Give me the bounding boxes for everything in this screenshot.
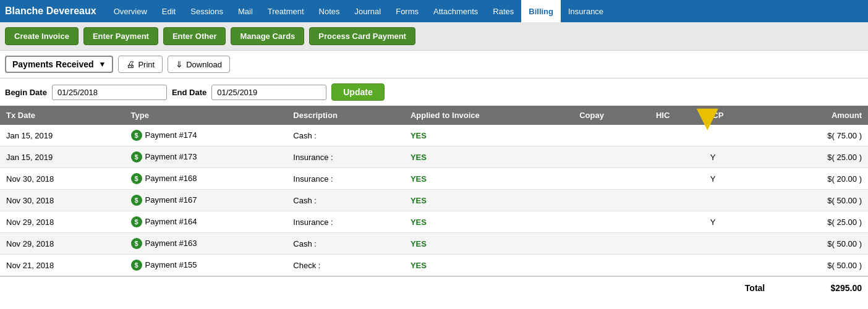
create-invoice-button[interactable]: Create Invoice — [5, 27, 79, 45]
dollar-icon: $ — [131, 151, 142, 163]
download-button[interactable]: ⇓ Download — [168, 56, 230, 73]
table-row[interactable]: Nov 29, 2018$Payment #164Insurance :YESY… — [0, 211, 868, 233]
end-date-label: End Date — [172, 88, 206, 97]
report-selector[interactable]: Payments Received ▼ — [5, 56, 113, 73]
process-card-payment-button[interactable]: Process Card Payment — [309, 27, 415, 45]
dollar-icon: $ — [131, 173, 142, 184]
cell-applied: YES — [404, 168, 573, 190]
print-label: Print — [138, 60, 155, 69]
col-type: Type — [125, 106, 287, 125]
cell-description: Cash : — [287, 233, 404, 255]
report-bar: Payments Received ▼ 🖨 Print ⇓ Download — [0, 51, 868, 78]
cell-applied: YES — [404, 125, 573, 146]
tab-overview[interactable]: Overview — [106, 0, 155, 22]
cell-tx-date: Nov 29, 2018 — [0, 233, 125, 255]
col-applied-to-invoice: Applied to Invoice — [404, 106, 573, 125]
tab-mail[interactable]: Mail — [231, 0, 260, 22]
cell-amount: $( 25.00 ) — [771, 146, 868, 168]
enter-other-button[interactable]: Enter Other — [163, 27, 226, 45]
update-button[interactable]: Update — [331, 83, 384, 101]
cell-amount: $( 50.00 ) — [771, 190, 868, 211]
col-tx-date: Tx Date — [0, 106, 125, 125]
download-icon: ⇓ — [176, 59, 183, 69]
cell-icp — [704, 233, 772, 255]
cell-hic — [650, 211, 704, 233]
cell-icp: Y — [704, 211, 772, 233]
payments-table: Tx Date Type Description Applied to Invo… — [0, 106, 868, 299]
cell-applied: YES — [404, 190, 573, 211]
manage-cards-button[interactable]: Manage Cards — [231, 27, 304, 45]
content-wrapper: Payments Received ▼ 🖨 Print ⇓ Download B… — [0, 51, 868, 299]
tab-treatment[interactable]: Treatment — [260, 0, 312, 22]
cell-amount: $( 50.00 ) — [771, 255, 868, 277]
cell-copay — [573, 255, 650, 277]
cell-copay — [573, 190, 650, 211]
cell-type: $Payment #174 — [125, 125, 287, 146]
total-label: Total — [704, 276, 772, 299]
chevron-down-icon: ▼ — [99, 60, 106, 69]
enter-payment-button[interactable]: Enter Payment — [83, 27, 158, 45]
cell-amount: $( 75.00 ) — [771, 125, 868, 146]
cell-description: Insurance : — [287, 211, 404, 233]
cell-tx-date: Jan 15, 2019 — [0, 125, 125, 146]
date-filter-bar: Begin Date End Date Update — [0, 78, 868, 106]
cell-description: Cash : — [287, 125, 404, 146]
cell-tx-date: Nov 21, 2018 — [0, 255, 125, 277]
tab-journal[interactable]: Journal — [347, 0, 389, 22]
cell-tx-date: Nov 30, 2018 — [0, 190, 125, 211]
cell-hic — [650, 168, 704, 190]
patient-name: Blanche Devereaux — [5, 6, 96, 17]
cell-amount: $( 25.00 ) — [771, 211, 868, 233]
cell-copay — [573, 146, 650, 168]
tab-forms[interactable]: Forms — [388, 0, 426, 22]
dollar-icon: $ — [131, 130, 142, 141]
cell-copay — [573, 168, 650, 190]
report-selector-label: Payments Received — [12, 59, 94, 69]
action-toolbar: Create Invoice Enter Payment Enter Other… — [0, 22, 868, 51]
cell-hic — [650, 255, 704, 277]
cell-icp — [704, 190, 772, 211]
down-arrow-icon: ▼ — [689, 99, 726, 136]
table-row[interactable]: Nov 21, 2018$Payment #155Check :YES$( 50… — [0, 255, 868, 277]
table-row[interactable]: Nov 30, 2018$Payment #167Cash :YES$( 50.… — [0, 190, 868, 211]
tab-insurance[interactable]: Insurance — [561, 0, 611, 22]
dollar-icon: $ — [131, 195, 142, 206]
total-amount: $295.00 — [771, 276, 868, 299]
table-row[interactable]: Jan 15, 2019$Payment #174Cash :YES$( 75.… — [0, 125, 868, 146]
cell-copay — [573, 125, 650, 146]
cell-tx-date: Nov 30, 2018 — [0, 168, 125, 190]
cell-icp: Y — [704, 168, 772, 190]
tab-attachments[interactable]: Attachments — [426, 0, 485, 22]
icp-arrow-indicator: ▼ — [689, 99, 726, 136]
col-description: Description — [287, 106, 404, 125]
tab-notes[interactable]: Notes — [312, 0, 347, 22]
cell-type: $Payment #155 — [125, 255, 287, 277]
cell-icp: Y — [704, 146, 772, 168]
cell-tx-date: Jan 15, 2019 — [0, 146, 125, 168]
tab-rates[interactable]: Rates — [485, 0, 521, 22]
cell-applied: YES — [404, 146, 573, 168]
cell-type: $Payment #168 — [125, 168, 287, 190]
print-button[interactable]: 🖨 Print — [118, 56, 163, 73]
col-copay: Copay — [573, 106, 650, 125]
col-amount: Amount — [771, 106, 868, 125]
end-date-input[interactable] — [211, 85, 326, 100]
cell-type: $Payment #163 — [125, 233, 287, 255]
cell-description: Insurance : — [287, 168, 404, 190]
tab-sessions[interactable]: Sessions — [183, 0, 231, 22]
total-row: Total $295.00 — [0, 276, 868, 299]
cell-hic — [650, 190, 704, 211]
dollar-icon: $ — [131, 216, 142, 227]
tab-billing[interactable]: Billing — [521, 0, 561, 22]
table-row[interactable]: Jan 15, 2019$Payment #173Insurance :YESY… — [0, 146, 868, 168]
tab-edit[interactable]: Edit — [155, 0, 183, 22]
cell-icp — [704, 255, 772, 277]
cell-applied: YES — [404, 211, 573, 233]
cell-description: Cash : — [287, 190, 404, 211]
cell-type: $Payment #173 — [125, 146, 287, 168]
table-row[interactable]: Nov 30, 2018$Payment #168Insurance :YESY… — [0, 168, 868, 190]
cell-copay — [573, 211, 650, 233]
table-row[interactable]: Nov 29, 2018$Payment #163Cash :YES$( 50.… — [0, 233, 868, 255]
begin-date-input[interactable] — [52, 85, 167, 100]
cell-copay — [573, 233, 650, 255]
